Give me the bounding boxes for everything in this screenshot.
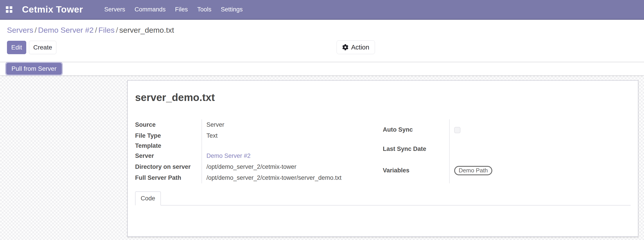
auto-sync-checkbox[interactable] xyxy=(454,127,460,133)
breadcrumb-item-server-demo-txt: server_demo.txt xyxy=(120,26,174,34)
nav-menu-files[interactable]: Files xyxy=(170,0,192,19)
apps-grid-square xyxy=(10,6,12,9)
control-panel: Servers/Demo Server #2/Files/server_demo… xyxy=(0,20,644,62)
nav-menu-tools[interactable]: Tools xyxy=(192,0,216,19)
nav-menu-servers[interactable]: Servers xyxy=(100,0,130,19)
apps-grid-square xyxy=(6,10,8,13)
field-value-cell-server: Demo Server #2 xyxy=(202,150,383,161)
field-row-source: SourceServer xyxy=(135,119,383,130)
app-brand[interactable]: Cetmix Tower xyxy=(22,4,83,15)
field-groups: SourceServerFile TypeTextTemplateServerD… xyxy=(135,119,630,183)
field-value-source: Server xyxy=(206,121,224,128)
breadcrumb: Servers/Demo Server #2/Files/server_demo… xyxy=(7,25,637,34)
navbar-menus: ServersCommandsFilesToolsSettings xyxy=(100,0,248,19)
breadcrumb-separator: / xyxy=(34,26,36,34)
create-button[interactable]: Create xyxy=(29,41,56,54)
breadcrumb-item-servers[interactable]: Servers xyxy=(7,26,33,34)
field-group-left: SourceServerFile TypeTextTemplateServerD… xyxy=(135,119,383,183)
gear-icon xyxy=(342,44,348,50)
field-value-link-server[interactable]: Demo Server #2 xyxy=(206,152,251,159)
field-label-file-type: File Type xyxy=(135,130,202,141)
field-value-cell-directory-on-server: /opt/demo_server_2/cetmix-tower xyxy=(202,161,383,172)
field-group-right: Auto SyncLast Sync DateVariablesDemo Pat… xyxy=(383,119,630,183)
field-value-directory-on-server: /opt/demo_server_2/cetmix-tower xyxy=(206,163,296,170)
field-value-cell-template xyxy=(202,141,383,150)
field-value-file-type: Text xyxy=(206,132,218,139)
notebook-tabs: Code xyxy=(135,191,630,206)
nav-menu-commands[interactable]: Commands xyxy=(130,0,170,19)
field-label-directory-on-server: Directory on server xyxy=(135,161,202,172)
control-panel-buttons: Edit Create xyxy=(7,41,637,54)
field-row-auto-sync: Auto Sync xyxy=(383,119,630,140)
field-label-template: Template xyxy=(135,141,202,150)
action-button[interactable]: Action xyxy=(336,40,375,54)
field-value-cell-last-sync-date xyxy=(450,140,630,158)
breadcrumb-item-files[interactable]: Files xyxy=(98,26,115,34)
field-label-last-sync-date: Last Sync Date xyxy=(383,140,450,158)
apps-grid-square xyxy=(6,6,8,9)
variable-tag-demo-path: Demo Path xyxy=(454,166,492,175)
field-label-auto-sync: Auto Sync xyxy=(383,119,450,140)
field-row-template: Template xyxy=(135,141,383,150)
breadcrumb-separator: / xyxy=(95,26,97,34)
apps-grid-icon[interactable] xyxy=(6,6,12,13)
field-row-last-sync-date: Last Sync Date xyxy=(383,140,630,158)
apps-grid-square xyxy=(10,10,12,13)
field-label-source: Source xyxy=(135,119,202,130)
breadcrumb-item-demo-server-2[interactable]: Demo Server #2 xyxy=(38,26,94,34)
field-label-full-server-path: Full Server Path xyxy=(135,172,202,183)
breadcrumb-separator: / xyxy=(116,26,118,34)
navbar: Cetmix Tower ServersCommandsFilesToolsSe… xyxy=(0,0,644,20)
statusbar: Pull from Server xyxy=(0,62,644,76)
field-row-server: ServerDemo Server #2 xyxy=(135,150,383,161)
field-value-cell-source: Server xyxy=(202,119,383,130)
tab-code[interactable]: Code xyxy=(135,191,161,206)
pull-from-server-button[interactable]: Pull from Server xyxy=(6,63,62,75)
field-row-file-type: File TypeText xyxy=(135,130,383,141)
field-value-cell-full-server-path: /opt/demo_server_2/cetmix-tower/server_d… xyxy=(202,172,383,183)
field-label-server: Server xyxy=(135,150,202,161)
field-row-directory-on-server: Directory on server/opt/demo_server_2/ce… xyxy=(135,161,383,172)
field-row-variables: VariablesDemo Path xyxy=(383,158,630,183)
form-sheet: server_demo.txt SourceServerFile TypeTex… xyxy=(127,80,638,237)
field-value-full-server-path: /opt/demo_server_2/cetmix-tower/server_d… xyxy=(206,174,342,181)
action-button-label: Action xyxy=(351,44,369,51)
field-value-cell-file-type: Text xyxy=(202,130,383,141)
nav-menu-settings[interactable]: Settings xyxy=(216,0,248,19)
edit-button[interactable]: Edit xyxy=(7,41,26,54)
field-value-cell-variables: Demo Path xyxy=(450,158,630,183)
field-value-cell-auto-sync xyxy=(450,119,630,140)
field-label-variables: Variables xyxy=(383,158,450,183)
content-background: server_demo.txt SourceServerFile TypeTex… xyxy=(0,76,644,240)
field-row-full-server-path: Full Server Path/opt/demo_server_2/cetmi… xyxy=(135,172,383,183)
tab-content-empty xyxy=(135,206,630,226)
form-title: server_demo.txt xyxy=(135,91,630,104)
